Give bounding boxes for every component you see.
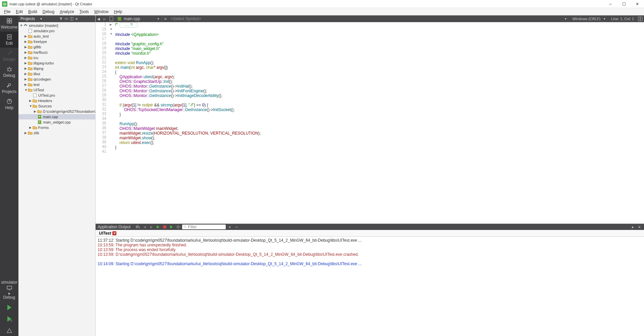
maximize-button[interactable]: ☐ <box>617 0 631 8</box>
output-run-icon[interactable] <box>155 225 161 229</box>
expand-icon[interactable]: ▶ <box>29 99 33 102</box>
tree-item[interactable]: ▶qrcodegen <box>18 77 95 82</box>
menu-build[interactable]: Build <box>25 9 40 15</box>
output-body[interactable]: 11:37:12: Starting D:\code\gm\gm0527\fou… <box>96 237 644 336</box>
tree-item[interactable]: ▶harfbuzz <box>18 50 95 55</box>
mode-debug[interactable]: Debug <box>0 64 18 80</box>
expand-icon[interactable]: ▶ <box>34 110 37 113</box>
run-button[interactable] <box>0 302 18 313</box>
pane-close-icon[interactable]: ✕ <box>75 17 93 21</box>
fold-column[interactable]: ▶▼▼ <box>110 22 114 224</box>
tree-item[interactable]: ▶zlib <box>18 130 95 136</box>
tree-item[interactable]: ▶icu <box>18 55 95 60</box>
split-editor-icon[interactable] <box>638 16 643 21</box>
expand-icon[interactable]: ▼ <box>29 104 33 108</box>
folder-icon <box>33 125 37 130</box>
expand-icon[interactable]: ▼ <box>24 88 28 92</box>
tree-item[interactable]: ▶auto_test <box>18 34 95 39</box>
output-settings-icon[interactable] <box>135 225 141 229</box>
mode-welcome[interactable]: Welcome <box>0 15 18 32</box>
expand-icon[interactable]: ▶ <box>24 67 28 70</box>
tree-item[interactable]: ▶Forms <box>18 125 95 130</box>
tree-item[interactable]: ▶giflib <box>18 44 95 50</box>
expand-icon[interactable]: ▼ <box>20 24 23 27</box>
tree-item[interactable]: c++main_widget.cpp <box>18 119 95 125</box>
tree-item[interactable]: ▶D:\code\gm\gm0527\foundation\ <box>18 109 95 114</box>
expand-icon[interactable]: ▶ <box>24 56 28 59</box>
close-file-icon[interactable]: ✕ <box>162 17 169 21</box>
split-icon[interactable] <box>70 17 74 21</box>
tree-item[interactable]: ▶test <box>18 82 95 87</box>
encoding-label[interactable]: Windows (CRLF) <box>570 17 603 21</box>
mode-help[interactable]: Help <box>0 96 18 112</box>
project-tree[interactable]: ▼simulator [master]simulator.pro▶auto_te… <box>18 22 95 336</box>
expand-icon[interactable]: ▶ <box>24 72 28 76</box>
menu-help[interactable]: Help <box>111 9 125 15</box>
tree-item[interactable]: ▶libpng <box>18 66 95 71</box>
tree-item[interactable]: ▼simulator [master] <box>18 23 95 28</box>
tree-item[interactable]: c++main.cpp <box>18 114 95 119</box>
tree-item[interactable]: UITest.pro <box>18 93 95 98</box>
output-rerun-icon[interactable] <box>169 225 174 229</box>
nav-back-icon[interactable]: ◀ <box>96 17 102 21</box>
expand-icon[interactable]: ▶ <box>24 61 28 65</box>
link-icon[interactable] <box>64 17 68 21</box>
current-file: main.cpp <box>124 16 140 21</box>
symbol-selector[interactable]: <Select Symbol> <box>169 16 565 21</box>
mode-projects[interactable]: Projects <box>0 80 18 96</box>
bookmark-icon[interactable] <box>109 16 114 21</box>
expand-icon[interactable]: ▶ <box>24 83 28 86</box>
folder-icon <box>28 34 33 39</box>
file-selector[interactable]: main.cpp ▼ <box>115 16 162 21</box>
output-tab-label: UITest <box>99 231 111 236</box>
output-remove-icon[interactable]: − <box>234 225 239 229</box>
output-tab[interactable]: UITest ✕ <box>97 231 118 236</box>
menu-debug[interactable]: Debug <box>40 9 57 15</box>
output-tab-close-icon[interactable]: ✕ <box>112 231 116 235</box>
folder-icon <box>28 77 33 82</box>
output-filter-input[interactable]: Filter <box>182 225 226 229</box>
tree-item[interactable]: ▼UITest <box>18 87 95 93</box>
dropdown-icon[interactable]: ▼ <box>40 17 58 20</box>
pane-title: Projects <box>20 16 39 21</box>
cursor-position: Line: 1, Col: 1 <box>608 17 637 21</box>
code-editor[interactable]: 1151617181920212223242526272829303132333… <box>96 22 644 224</box>
output-stop-icon[interactable] <box>162 225 167 229</box>
expand-icon[interactable]: ▶ <box>24 35 28 38</box>
expand-icon[interactable]: ▶ <box>29 126 33 129</box>
tree-label: icu <box>34 56 38 60</box>
tree-item[interactable]: simulator.pro <box>18 28 95 34</box>
output-collapse-icon[interactable]: ▲ <box>630 225 635 229</box>
code-content[interactable]: /*. . . */ #include <QApplication> #incl… <box>114 22 644 224</box>
output-prev-icon[interactable]: ◀ <box>142 225 147 229</box>
minimize-button[interactable]: ─ <box>604 0 617 8</box>
expand-icon[interactable]: ▶ <box>24 45 28 49</box>
menu-file[interactable]: File <box>1 9 13 15</box>
output-next-icon[interactable]: ▶ <box>149 225 154 229</box>
tree-item[interactable]: ▶freetype <box>18 39 95 44</box>
menu-tools[interactable]: Tools <box>77 9 92 15</box>
build-button[interactable] <box>0 325 18 336</box>
output-add-icon[interactable]: + <box>227 225 232 229</box>
tree-item[interactable]: ▶Headers <box>18 98 95 103</box>
output-close-icon[interactable]: ✕ <box>637 225 642 229</box>
tree-item[interactable]: ▶libjpeg-turbo <box>18 60 95 66</box>
menu-window[interactable]: Window <box>92 9 111 15</box>
svg-rect-0 <box>7 18 9 20</box>
expand-icon[interactable]: ▶ <box>24 78 28 81</box>
target-selector[interactable]: simulator▶Debug <box>0 278 18 302</box>
menu-edit[interactable]: Edit <box>13 9 25 15</box>
output-gear-icon[interactable] <box>175 225 181 229</box>
tree-item[interactable]: ▼Sources <box>18 103 95 109</box>
expand-icon[interactable]: ▶ <box>24 131 28 135</box>
filter-icon[interactable] <box>59 17 63 21</box>
mode-edit[interactable]: Edit <box>0 32 18 48</box>
menu-analyze[interactable]: Analyze <box>57 9 77 15</box>
rundebug-button[interactable] <box>0 313 18 325</box>
tree-label: simulator [master] <box>29 23 58 28</box>
close-button[interactable]: ✕ <box>631 0 644 8</box>
nav-forward-icon[interactable]: ▶ <box>102 17 108 21</box>
expand-icon[interactable]: ▶ <box>24 51 28 54</box>
expand-icon[interactable]: ▶ <box>24 40 28 43</box>
tree-item[interactable]: ▶libui <box>18 71 95 77</box>
